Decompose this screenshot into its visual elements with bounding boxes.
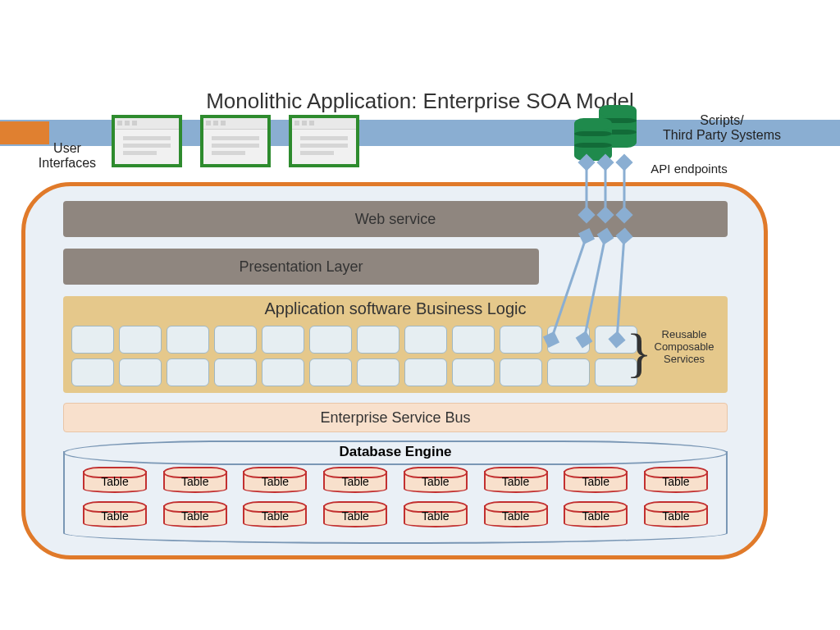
table-icon: Table <box>323 501 387 527</box>
browser-window-icon <box>200 115 271 167</box>
browser-window-icon <box>289 115 359 167</box>
service-cell <box>404 326 447 354</box>
service-cell <box>357 358 399 386</box>
service-cell <box>309 326 352 354</box>
reusable-services-label: ReusableComposableServices <box>647 329 721 366</box>
presentation-layer: Presentation Layer <box>63 249 539 285</box>
service-cell <box>71 358 114 386</box>
database-engine-layer: Database Engine TableTableTableTableTabl… <box>63 441 728 544</box>
database-icon <box>574 118 612 161</box>
service-cell <box>214 358 257 386</box>
table-icon: Table <box>323 467 387 493</box>
service-cell <box>167 358 209 386</box>
table-icon: Table <box>644 501 708 527</box>
table-icon: Table <box>83 467 147 493</box>
table-icon: Table <box>243 501 307 527</box>
business-logic-title: Application software Business Logic <box>264 299 526 318</box>
table-icon: Table <box>163 501 227 527</box>
services-grid <box>71 326 637 386</box>
service-cell <box>309 358 352 386</box>
table-icon: Table <box>564 467 628 493</box>
service-cell <box>167 326 209 354</box>
table-icon: Table <box>644 467 708 493</box>
service-cell <box>547 358 590 386</box>
table-icon: Table <box>484 467 548 493</box>
user-interfaces-label: UserInterfaces <box>30 141 105 170</box>
table-icon: Table <box>83 501 147 527</box>
table-icon: Table <box>484 501 548 527</box>
service-cell <box>452 326 495 354</box>
service-cell <box>357 326 399 354</box>
service-cell <box>262 326 304 354</box>
api-endpoints-label: API endpoints <box>632 162 746 176</box>
service-cell <box>71 326 114 354</box>
table-icon: Table <box>163 467 227 493</box>
tables-grid: TableTableTableTableTableTableTableTable… <box>83 467 708 527</box>
database-engine-title: Database Engine <box>63 444 728 460</box>
table-icon: Table <box>243 467 307 493</box>
monolith-container: Web service Presentation Layer Applicati… <box>21 182 768 559</box>
web-service-layer: Web service <box>63 201 728 237</box>
service-cell <box>452 358 495 386</box>
service-cell <box>500 326 542 354</box>
scripts-label: Scripts/Third Party Systems <box>640 113 804 142</box>
enterprise-service-bus-layer: Enterprise Service Bus <box>63 403 728 432</box>
service-cell <box>547 326 590 354</box>
service-cell <box>404 358 447 386</box>
business-logic-layer: Application software Business Logic } Re… <box>63 296 728 393</box>
table-icon: Table <box>404 467 468 493</box>
service-cell <box>500 358 542 386</box>
table-icon: Table <box>564 501 628 527</box>
service-cell <box>119 326 162 354</box>
table-icon: Table <box>404 501 468 527</box>
service-cell <box>214 326 257 354</box>
service-cell <box>119 358 162 386</box>
service-cell <box>262 358 304 386</box>
browser-window-icon <box>112 115 182 167</box>
diagram-title: Monolithic Application: Enterprise SOA M… <box>0 89 840 114</box>
